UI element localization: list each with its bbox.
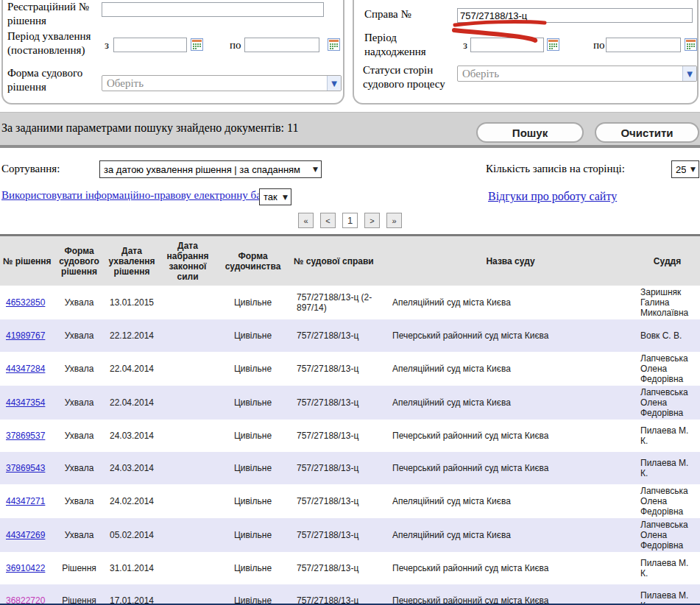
use-legal-base-select[interactable]: так ▼ — [259, 188, 291, 205]
decision-link[interactable]: 36910422 — [6, 563, 45, 573]
judge-cell: Пилаева М. К. — [634, 552, 700, 584]
case-no-cell: 757/27188/13-ц — [291, 420, 386, 452]
calendar-icon[interactable] — [191, 38, 203, 51]
page-size-select[interactable]: 25 ▼ — [671, 160, 699, 178]
form-cell: Ухвала — [55, 286, 103, 319]
decision-link[interactable]: 44347269 — [6, 530, 45, 540]
decision-id-cell: 41989767 — [0, 319, 55, 352]
page-button-3[interactable]: 1 — [342, 213, 358, 228]
judge-cell: Пилаева М. К. — [634, 584, 700, 605]
calendar-icon[interactable] — [328, 38, 340, 51]
case-no-cell: 757/27188/13-ц — [291, 484, 386, 518]
judge-cell: Лапчевська Олена Федорівна — [634, 484, 700, 518]
decision-date-cell: 05.02.2014 — [103, 518, 160, 552]
table-row: 37869537Ухвала24.03.2014Цивільне757/2718… — [0, 420, 700, 452]
decision-date-cell: 24.03.2014 — [103, 452, 160, 484]
form-cell: Рішення — [55, 552, 103, 584]
table-row: 46532850Ухвала13.01.2015Цивільне757/2718… — [0, 286, 700, 319]
table-row: 44347354Ухвала22.04.2014Цивільне757/2718… — [0, 386, 700, 420]
chevron-down-icon: ▼ — [687, 166, 699, 173]
court-cell: Апеляційний суд міста Києва — [386, 352, 634, 386]
use-legal-base-link[interactable]: Використовувати інформаційно-правову еле… — [1, 189, 271, 201]
decision-id-cell: 37869537 — [0, 420, 55, 452]
registration-number-input[interactable] — [102, 2, 324, 17]
proceeding-cell: Цивільне — [215, 518, 291, 552]
proceeding-cell: Цивільне — [215, 319, 291, 352]
form-cell: Ухвала — [55, 319, 103, 352]
receipt-period-label: Період надходження — [364, 31, 453, 59]
results-table-wrap: № рішенняФорма судового рішенняДата ухва… — [0, 234, 700, 605]
decision-form-select[interactable]: Оберіть ▼ — [102, 75, 342, 91]
separator — [0, 145, 700, 148]
page-button-2[interactable]: < — [320, 213, 336, 228]
judge-cell: Вовк С. В. — [634, 319, 700, 352]
table-row: 37869543Ухвала24.03.2014Цивільне757/2718… — [0, 452, 700, 484]
use-legal-base-select-value: так — [260, 191, 277, 202]
decision-link[interactable]: 41989767 — [6, 330, 45, 341]
decision-link[interactable]: 44347271 — [6, 496, 45, 506]
sorting-select[interactable]: за датою ухвалення рішення | за спадання… — [99, 160, 322, 178]
search-panel-left: Реєстраційний № рішення Період ухвалення… — [1, 0, 344, 105]
proceeding-cell: Цивільне — [215, 286, 291, 319]
column-header-4: Дата набрання законної сили — [160, 236, 215, 286]
form-cell: Ухвала — [55, 484, 103, 518]
decision-link[interactable]: 37869543 — [6, 463, 45, 473]
decision-id-cell: 44347354 — [0, 386, 55, 420]
table-row: 36910422Рішення31.01.2014Цивільне757/271… — [0, 552, 700, 584]
legal-force-date-cell — [160, 352, 215, 386]
page-button-4[interactable]: > — [364, 213, 380, 228]
case-number-input[interactable] — [457, 8, 693, 23]
party-status-select[interactable]: Оберіть ▼ — [457, 66, 697, 82]
page-button-1[interactable]: « — [298, 213, 314, 228]
from-label: з — [105, 39, 109, 52]
column-header-2: Форма судового рішення — [55, 236, 103, 286]
chevron-down-icon: ▼ — [682, 66, 696, 81]
legal-force-date-cell — [160, 386, 215, 420]
decision-period-label: Період ухвалення (постановлення) — [7, 29, 105, 57]
decision-link[interactable]: 44347284 — [6, 364, 45, 374]
feedback-link-wrap: Відгуки про роботу сайту — [488, 190, 617, 203]
sorting-select-value: за датою ухвалення рішення | за спадання… — [100, 164, 300, 175]
case-no-cell: 757/27188/13-ц — [291, 552, 386, 584]
column-header-1: № рішення — [0, 236, 55, 286]
legal-force-date-cell — [160, 484, 215, 518]
sorting-label: Сортування: — [1, 163, 60, 175]
court-cell: Печерський районний суд міста Києва — [386, 452, 634, 484]
use-legal-base-row: Використовувати інформаційно-правову еле… — [1, 189, 274, 202]
search-button[interactable]: Пошук — [476, 122, 584, 143]
calendar-icon[interactable] — [547, 38, 559, 51]
decision-link[interactable]: 37869537 — [6, 431, 45, 441]
receipt-period-from-input[interactable] — [470, 38, 544, 52]
legal-force-date-cell — [160, 452, 215, 484]
case-no-cell: 757/27188/13-ц (2-897/14) — [291, 286, 386, 319]
site-feedback-link[interactable]: Відгуки про роботу сайту — [488, 190, 617, 202]
table-body: 46532850Ухвала13.01.2015Цивільне757/2718… — [0, 286, 700, 605]
chevron-down-icon: ▼ — [280, 194, 291, 201]
column-header-5: Форма судочинства — [215, 236, 291, 286]
page-button-5[interactable]: » — [386, 213, 402, 228]
decision-form-select-value: Оберіть — [102, 77, 144, 90]
decision-id-cell: 44347271 — [0, 484, 55, 518]
proceeding-cell: Цивільне — [215, 452, 291, 484]
chevron-down-icon: ▼ — [310, 166, 321, 173]
decision-period-to-input[interactable] — [244, 38, 319, 52]
receipt-period-to-input[interactable] — [606, 38, 681, 52]
court-cell: Печерський районний суд міста Києва — [386, 319, 634, 352]
page-size-label: Кількість записів на сторінці: — [486, 163, 625, 175]
decision-date-cell: 22.04.2014 — [103, 386, 160, 420]
decision-id-cell: 36822720 — [0, 584, 55, 605]
judge-cell: Пилаева М. К. — [634, 452, 700, 484]
form-cell: Рішення — [55, 584, 103, 605]
column-header-6: № судової справи — [291, 236, 386, 286]
column-header-8: Суддя — [634, 236, 700, 286]
judge-cell: Пилаева М. К. — [634, 420, 700, 452]
table-row: 44347269Ухвала05.02.2014Цивільне757/2718… — [0, 518, 700, 552]
calendar-icon[interactable] — [685, 38, 697, 51]
chevron-down-icon: ▼ — [327, 76, 341, 91]
decision-link[interactable]: 44347354 — [6, 397, 45, 408]
results-count-text: За заданими параметрами пошуку знайдено … — [1, 121, 298, 135]
decision-link[interactable]: 46532850 — [6, 297, 45, 308]
clear-button[interactable]: Очистити — [595, 122, 699, 143]
judge-cell: Лапчевська Олена Федорівна — [634, 386, 700, 420]
decision-period-from-input[interactable] — [113, 38, 187, 52]
